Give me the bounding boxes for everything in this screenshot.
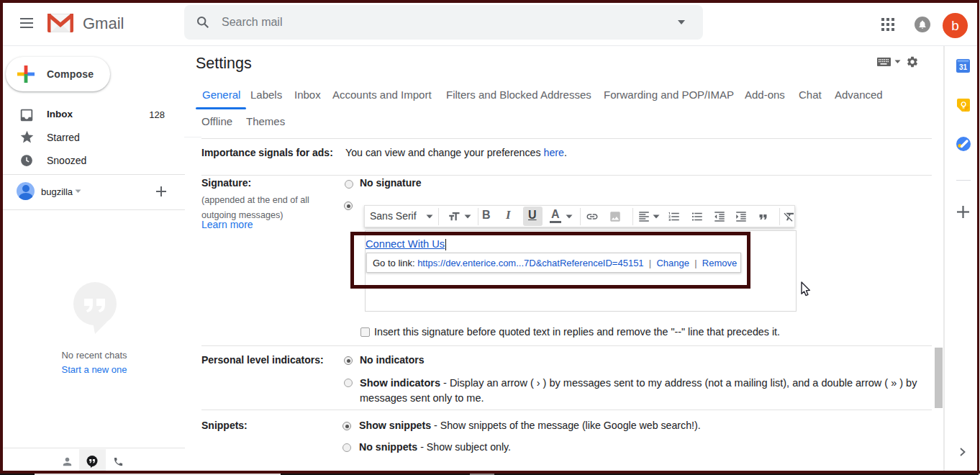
svg-text:31: 31: [959, 63, 968, 71]
